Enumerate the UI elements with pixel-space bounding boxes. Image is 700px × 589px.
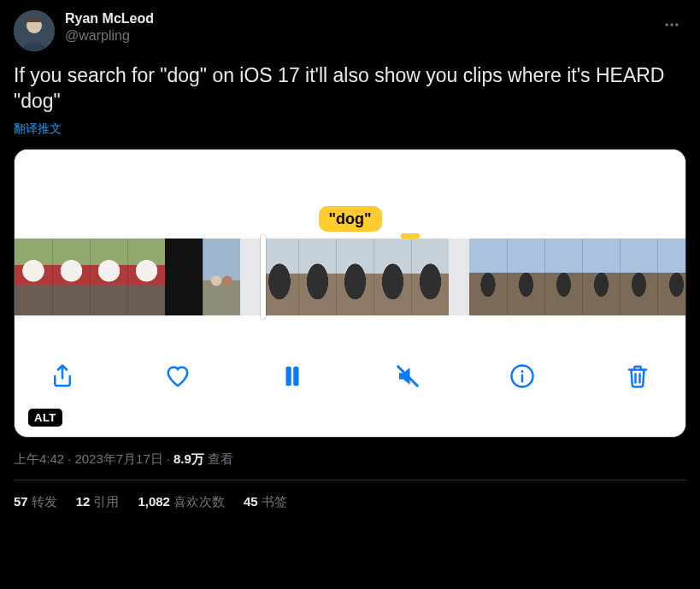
video-frame <box>582 239 620 315</box>
video-timeline-strip <box>15 239 685 315</box>
trash-icon <box>625 363 650 389</box>
tweet-meta: 上午4:42·2023年7月17日·8.9万 查看 <box>14 451 686 468</box>
views-count[interactable]: 8.9万 <box>174 451 204 466</box>
tweet-date[interactable]: 2023年7月17日 <box>74 451 162 466</box>
playhead[interactable] <box>261 235 266 319</box>
svg-point-2 <box>666 23 668 26</box>
pause-button[interactable] <box>274 357 311 395</box>
svg-point-10 <box>521 370 524 373</box>
video-frame <box>90 239 127 315</box>
pause-icon <box>279 363 305 389</box>
video-frame <box>336 239 374 315</box>
views-label: 查看 <box>208 451 233 466</box>
quotes-count: 12 <box>76 494 91 509</box>
video-frame <box>469 239 507 315</box>
mute-button[interactable] <box>389 357 426 395</box>
search-tag-bubble: "dog" <box>318 206 381 232</box>
media-top-area: "dog" <box>15 150 685 239</box>
info-button[interactable] <box>503 357 541 395</box>
quotes-label: 引用 <box>93 494 119 509</box>
retweets-stat[interactable]: 57转发 <box>14 494 57 510</box>
user-handle[interactable]: @warpling <box>65 27 154 44</box>
video-frame <box>411 239 449 315</box>
tweet-text: If you search for "dog" on iOS 17 it'll … <box>14 63 686 115</box>
video-frame <box>165 239 203 315</box>
svg-rect-5 <box>286 367 291 386</box>
media-attachment[interactable]: "dog" <box>14 149 686 438</box>
ellipsis-icon <box>663 16 680 33</box>
stats-row: 57转发 12引用 1,082喜欢次数 45书签 <box>14 480 686 510</box>
share-icon <box>50 363 75 389</box>
retweets-count: 57 <box>14 494 28 509</box>
clip-group-3 <box>469 239 686 315</box>
tweet-header: Ryan McLeod @warpling <box>14 10 686 51</box>
video-frame <box>298 239 336 315</box>
likes-stat[interactable]: 1,082喜欢次数 <box>138 494 225 510</box>
video-frame <box>52 239 90 315</box>
retweets-label: 转发 <box>32 494 57 509</box>
video-frame <box>507 239 544 315</box>
alt-badge[interactable]: ALT <box>28 409 62 427</box>
video-frame <box>657 239 686 315</box>
video-frame <box>261 239 298 315</box>
share-button[interactable] <box>44 357 81 395</box>
video-frame <box>127 239 165 315</box>
clip-group-1 <box>15 239 240 315</box>
more-button[interactable] <box>657 10 686 39</box>
svg-rect-6 <box>293 367 298 386</box>
display-name[interactable]: Ryan McLeod <box>65 10 154 27</box>
info-icon <box>509 363 535 389</box>
tweet-container: Ryan McLeod @warpling If you search for … <box>0 0 700 510</box>
video-frame <box>203 239 240 315</box>
likes-label: 喜欢次数 <box>174 494 225 509</box>
heart-icon <box>165 363 191 389</box>
clip-group-2 <box>261 239 449 315</box>
bookmarks-stat[interactable]: 45书签 <box>244 494 287 510</box>
bookmarks-count: 45 <box>244 494 258 509</box>
bookmarks-label: 书签 <box>262 494 287 509</box>
svg-point-4 <box>675 23 678 26</box>
svg-point-3 <box>670 23 673 26</box>
user-block: Ryan McLeod @warpling <box>65 10 154 44</box>
translate-link[interactable]: 翻译推文 <box>14 121 686 137</box>
avatar[interactable] <box>14 10 55 51</box>
tweet-time[interactable]: 上午4:42 <box>14 451 64 466</box>
video-frame <box>544 239 582 315</box>
quotes-stat[interactable]: 12引用 <box>76 494 120 510</box>
video-frame <box>15 239 52 315</box>
mute-icon <box>395 363 421 389</box>
likes-count: 1,082 <box>138 494 170 509</box>
delete-button[interactable] <box>619 357 656 395</box>
video-frame <box>620 239 657 315</box>
avatar-image <box>14 10 55 51</box>
like-button[interactable] <box>159 357 197 395</box>
media-toolbar <box>15 315 685 437</box>
video-frame <box>374 239 411 315</box>
